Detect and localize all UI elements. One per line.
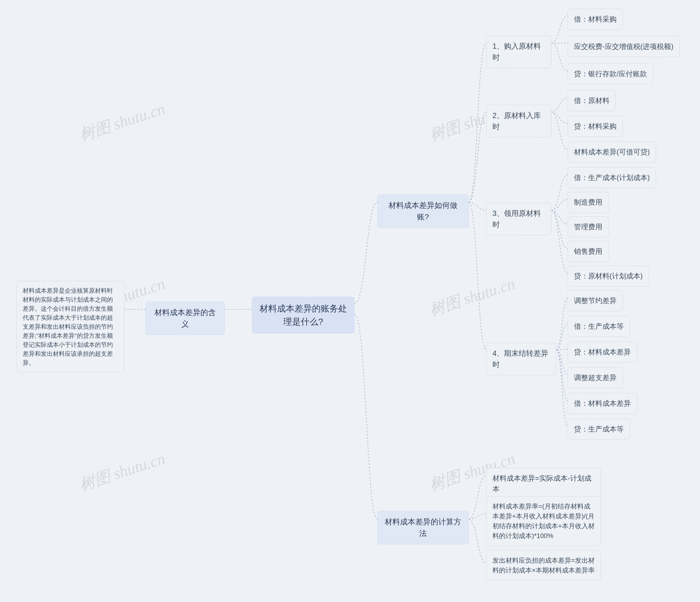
group-1[interactable]: 1、购入原材料时 bbox=[486, 35, 551, 68]
g3-item-4-text: 贷：原材料(计划成本) bbox=[574, 272, 643, 280]
g2-item-1-text: 贷：材料采购 bbox=[574, 122, 617, 130]
g4-item-2-text: 贷：材料成本差异 bbox=[574, 348, 631, 356]
group-2-label: 2、原材料入库时 bbox=[493, 111, 541, 131]
watermark: 树图 shutu.cn bbox=[77, 98, 168, 146]
group-4[interactable]: 4、期末结转差异时 bbox=[486, 343, 556, 375]
g3-item-3-text: 销售费用 bbox=[574, 247, 602, 256]
b2-item-2[interactable]: 发出材料应负担的成本差异=发出材料的计划成本×本期材料成本差异率 bbox=[486, 550, 601, 580]
g3-item-4[interactable]: 贷：原材料(计划成本) bbox=[568, 266, 649, 287]
g3-item-1[interactable]: 制造费用 bbox=[568, 192, 609, 213]
left-desc-text: 材料成本差异是企业核算原材料时材料的实际成本与计划成本之间的差异。这个会计科目的… bbox=[23, 287, 113, 366]
g3-item-0-text: 借：生产成本(计划成本) bbox=[574, 174, 650, 182]
g4-item-0[interactable]: 调整节约差异 bbox=[568, 290, 623, 311]
watermark: 树图 shutu.cn bbox=[77, 448, 168, 496]
g4-item-4-text: 借：材料成本差异 bbox=[574, 399, 631, 408]
g3-item-2-text: 管理费用 bbox=[574, 223, 602, 231]
g1-item-2[interactable]: 贷：银行存款/应付账款 bbox=[568, 63, 653, 84]
g2-item-0[interactable]: 借：原材料 bbox=[568, 90, 616, 111]
group-3-label: 3、领用原材料时 bbox=[493, 209, 541, 229]
g3-item-2[interactable]: 管理费用 bbox=[568, 216, 609, 237]
g4-item-4[interactable]: 借：材料成本差异 bbox=[568, 393, 637, 414]
g4-item-5[interactable]: 贷：生产成本等 bbox=[568, 419, 630, 440]
right-branch-1[interactable]: 材料成本差异如何做账? bbox=[377, 194, 469, 228]
g1-item-0[interactable]: 借：材料采购 bbox=[568, 9, 623, 30]
b2-item-2-text: 发出材料应负担的成本差异=发出材料的计划成本×本期材料成本差异率 bbox=[493, 557, 595, 574]
g2-item-2[interactable]: 材料成本差异(可借可贷) bbox=[568, 141, 656, 163]
right-branch-2-label: 材料成本差异的计算方法 bbox=[385, 518, 461, 538]
g1-item-0-text: 借：材料采购 bbox=[574, 15, 617, 23]
watermark: 树图 shutu.cn bbox=[427, 273, 518, 321]
b2-item-1-text: 材料成本差异率=(月初结存材料成本差异+本月收入材料成本差异)/(月初结存材料的… bbox=[493, 502, 595, 540]
g4-item-1-text: 借：生产成本等 bbox=[574, 322, 624, 331]
group-1-label: 1、购入原材料时 bbox=[493, 42, 541, 61]
g3-item-3[interactable]: 销售费用 bbox=[568, 241, 609, 262]
group-4-label: 4、期末结转差异时 bbox=[493, 349, 548, 369]
g2-item-0-text: 借：原材料 bbox=[574, 97, 609, 105]
right-branch-2[interactable]: 材料成本差异的计算方法 bbox=[377, 511, 469, 544]
g3-item-1-text: 制造费用 bbox=[574, 198, 602, 206]
b2-item-0[interactable]: 材料成本差异=实际成本-计划成本 bbox=[486, 468, 601, 499]
right-branch-1-label: 材料成本差异如何做账? bbox=[389, 201, 457, 221]
root-node[interactable]: 材料成本差异的账务处理是什么? bbox=[252, 297, 354, 333]
g1-item-2-text: 贷：银行存款/应付账款 bbox=[574, 70, 647, 78]
g4-item-5-text: 贷：生产成本等 bbox=[574, 425, 624, 433]
left-desc[interactable]: 材料成本差异是企业核算原材料时材料的实际成本与计划成本之间的差异。这个会计科目的… bbox=[17, 281, 124, 372]
group-2[interactable]: 2、原材料入库时 bbox=[486, 105, 551, 137]
g2-item-1[interactable]: 贷：材料采购 bbox=[568, 116, 623, 137]
group-3[interactable]: 3、领用原材料时 bbox=[486, 203, 551, 235]
b2-item-1[interactable]: 材料成本差异率=(月初结存材料成本差异+本月收入材料成本差异)/(月初结存材料的… bbox=[486, 496, 601, 546]
g1-item-1-text: 应交税费-应交增值税(进项税额) bbox=[574, 42, 673, 51]
g4-item-1[interactable]: 借：生产成本等 bbox=[568, 316, 630, 337]
left-branch[interactable]: 材料成本差异的含义 bbox=[146, 302, 225, 335]
g4-item-3-text: 调整超支差异 bbox=[574, 373, 617, 382]
g1-item-1[interactable]: 应交税费-应交增值税(进项税额) bbox=[568, 36, 680, 57]
g4-item-0-text: 调整节约差异 bbox=[574, 296, 617, 305]
b2-item-0-text: 材料成本差异=实际成本-计划成本 bbox=[493, 474, 592, 493]
root-text: 材料成本差异的账务处理是什么? bbox=[259, 304, 347, 326]
g4-item-3[interactable]: 调整超支差异 bbox=[568, 367, 623, 388]
g4-item-2[interactable]: 贷：材料成本差异 bbox=[568, 342, 637, 363]
left-branch-label: 材料成本差异的含义 bbox=[154, 308, 216, 328]
g3-item-0[interactable]: 借：生产成本(计划成本) bbox=[568, 167, 656, 188]
g2-item-2-text: 材料成本差异(可借可贷) bbox=[574, 148, 650, 156]
